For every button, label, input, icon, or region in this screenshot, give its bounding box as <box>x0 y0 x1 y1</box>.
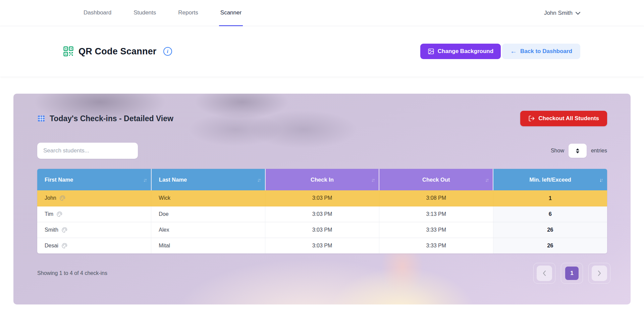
user-name: John Smith <box>544 10 573 16</box>
nav-item-students[interactable]: Students <box>132 0 157 26</box>
checkins-table: First Name ↓↑ Last Name ↓↑ Check In ↓↑ C… <box>37 169 607 253</box>
palette-icon[interactable] <box>59 195 65 201</box>
chevron-right-icon <box>597 270 601 276</box>
entries-select[interactable] <box>569 144 587 158</box>
showing-summary: Showing 1 to 4 of 4 check-ins <box>37 270 107 276</box>
change-background-label: Change Background <box>438 48 493 55</box>
column-header-check-out[interactable]: Check Out ↓↑ <box>379 169 493 190</box>
back-to-dashboard-label: Back to Dashboard <box>520 48 572 55</box>
checkout-all-students-label: Checkout All Students <box>538 115 599 122</box>
next-page-button[interactable] <box>592 266 607 281</box>
sort-icon: ↓↑ <box>257 177 260 183</box>
table-row[interactable]: Desai Mital 3:03 PM 3:33 PM 26 <box>37 238 607 253</box>
sort-icon-active: ↓↑ <box>599 177 602 183</box>
prev-page-button[interactable] <box>537 266 552 281</box>
table-row[interactable]: John Wick 3:03 PM 3:08 PM 1 <box>37 190 607 206</box>
palette-icon[interactable] <box>56 211 62 217</box>
column-header-check-in[interactable]: Check In ↓↑ <box>265 169 379 190</box>
change-background-button[interactable]: Change Background <box>420 44 501 59</box>
user-menu[interactable]: John Smith <box>544 0 580 26</box>
column-header-min-left[interactable]: Min. left/Exceed ↓↑ <box>493 169 607 190</box>
back-to-dashboard-button[interactable]: ← Back to Dashboard <box>502 44 580 59</box>
nav-item-scanner[interactable]: Scanner <box>219 0 243 26</box>
column-header-last-name[interactable]: Last Name ↓↑ <box>151 169 265 190</box>
chevron-left-icon <box>542 270 546 276</box>
sort-icon: ↓↑ <box>143 177 146 183</box>
image-icon <box>428 48 434 55</box>
table-row[interactable]: Tim Doe 3:03 PM 3:13 PM 6 <box>37 206 607 222</box>
nav-item-dashboard[interactable]: Dashboard <box>82 0 113 26</box>
select-up-arrow-icon <box>576 148 579 150</box>
checkout-logout-icon <box>528 115 535 122</box>
checkout-all-students-button[interactable]: Checkout All Students <box>520 111 607 126</box>
chevron-down-icon <box>576 12 580 15</box>
checkins-card: Today's Check-ins - Detailed View Checko… <box>13 94 631 304</box>
info-icon[interactable]: i <box>163 47 172 56</box>
entries-label: entries <box>591 148 607 154</box>
sort-icon: ↓↑ <box>485 177 488 183</box>
card-title: Today's Check-ins - Detailed View <box>50 114 173 123</box>
select-down-arrow-icon <box>576 151 579 153</box>
table-grid-icon <box>37 114 45 123</box>
palette-icon[interactable] <box>61 227 67 233</box>
table-row[interactable]: Smith Alex 3:03 PM 3:33 PM 26 <box>37 222 607 238</box>
qr-code-icon <box>63 46 74 57</box>
show-label: Show <box>551 148 564 154</box>
search-input[interactable] <box>37 143 138 159</box>
page-header: QR Code Scanner i Change Background ← Ba… <box>0 26 644 77</box>
pagination: 1 <box>533 263 610 284</box>
palette-icon[interactable] <box>61 243 67 249</box>
sort-icon: ↓↑ <box>371 177 374 183</box>
nav-links: Dashboard Students Reports Scanner <box>82 0 243 26</box>
page-title: QR Code Scanner <box>78 46 157 57</box>
arrow-left-icon: ← <box>510 48 517 54</box>
page-1-button[interactable]: 1 <box>565 267 579 280</box>
top-navbar: Dashboard Students Reports Scanner John … <box>0 0 644 26</box>
nav-item-reports[interactable]: Reports <box>177 0 200 26</box>
column-header-first-name[interactable]: First Name ↓↑ <box>37 169 151 190</box>
